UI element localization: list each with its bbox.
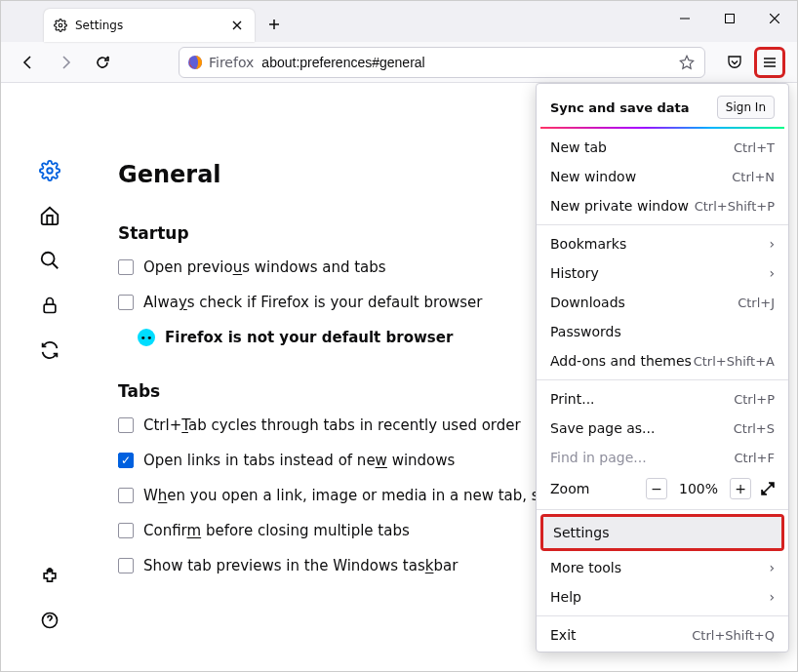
app-menu-button[interactable] xyxy=(754,47,785,78)
menu-settings[interactable]: Settings xyxy=(543,517,781,548)
open-links-checkbox[interactable] xyxy=(118,453,134,468)
taskbar-preview-label[interactable]: Show tab previews in the Windows taskbar xyxy=(143,557,458,574)
switch-to-checkbox[interactable] xyxy=(118,488,134,503)
help-icon[interactable] xyxy=(38,609,61,632)
menu-find[interactable]: Find in page...Ctrl+F xyxy=(537,443,788,472)
separator xyxy=(537,615,788,616)
zoom-label: Zoom xyxy=(550,481,636,496)
separator xyxy=(537,379,788,380)
category-privacy[interactable] xyxy=(38,294,61,317)
confirm-close-checkbox[interactable] xyxy=(118,523,134,538)
category-sync[interactable] xyxy=(38,338,61,362)
identity-label: Firefox xyxy=(209,55,254,70)
default-check-checkbox[interactable] xyxy=(118,295,134,310)
separator xyxy=(537,224,788,225)
menu-accent xyxy=(540,127,784,129)
open-links-label[interactable]: Open links in tabs instead of new window… xyxy=(143,452,455,469)
menu-help[interactable]: Help› xyxy=(537,582,788,612)
menu-new-window[interactable]: New windowCtrl+N xyxy=(537,162,788,191)
settings-highlight: Settings xyxy=(540,514,784,551)
forward-button[interactable] xyxy=(50,47,81,78)
sign-in-button[interactable]: Sign In xyxy=(717,96,775,119)
separator xyxy=(537,509,788,510)
pocket-button[interactable] xyxy=(719,47,750,78)
browser-tab[interactable]: Settings xyxy=(44,9,255,42)
menu-print[interactable]: Print...Ctrl+P xyxy=(537,384,788,414)
minimize-button[interactable] xyxy=(662,1,707,36)
category-general[interactable] xyxy=(38,159,61,182)
menu-new-tab[interactable]: New tabCtrl+T xyxy=(537,133,788,162)
zoom-in-button[interactable]: + xyxy=(730,478,751,499)
firefox-logo-icon xyxy=(187,55,203,70)
chevron-right-icon: › xyxy=(769,560,775,575)
info-icon: •• xyxy=(138,329,155,346)
menu-new-private-window[interactable]: New private windowCtrl+Shift+P xyxy=(537,191,788,220)
sync-header-label: Sync and save data xyxy=(550,100,690,115)
svg-point-0 xyxy=(59,23,62,27)
menu-more-tools[interactable]: More tools› xyxy=(537,553,788,582)
svg-point-3 xyxy=(47,168,53,174)
zoom-percentage: 100% xyxy=(677,481,720,496)
nav-toolbar: Firefox xyxy=(1,42,797,83)
reload-button[interactable] xyxy=(87,47,118,78)
svg-rect-5 xyxy=(44,304,56,312)
ctrl-tab-checkbox[interactable] xyxy=(118,417,134,433)
category-search[interactable] xyxy=(38,249,61,272)
bookmark-star-icon[interactable] xyxy=(677,55,697,70)
app-menu-panel: Sync and save data Sign In New tabCtrl+T… xyxy=(536,83,789,652)
default-check-label[interactable]: Always check if Firefox is your default … xyxy=(143,294,482,311)
menu-save-as[interactable]: Save page as...Ctrl+S xyxy=(537,414,788,443)
url-input[interactable] xyxy=(261,55,669,70)
tab-close-button[interactable] xyxy=(229,18,245,33)
zoom-out-button[interactable]: − xyxy=(646,478,667,499)
window-titlebar: Settings xyxy=(1,1,797,42)
fullscreen-icon[interactable] xyxy=(761,482,775,495)
extensions-icon[interactable] xyxy=(38,566,61,589)
chevron-right-icon: › xyxy=(769,265,775,281)
tab-title: Settings xyxy=(75,19,221,32)
menu-zoom-row: Zoom − 100% + xyxy=(537,472,788,505)
category-sidebar xyxy=(1,83,99,671)
confirm-close-label[interactable]: Confirm before closing multiple tabs xyxy=(143,522,410,539)
sync-header: Sync and save data Sign In xyxy=(537,88,788,127)
chevron-right-icon: › xyxy=(769,236,775,252)
window-controls xyxy=(662,1,797,36)
menu-passwords[interactable]: Passwords xyxy=(537,317,788,346)
identity-box[interactable]: Firefox xyxy=(187,55,254,70)
open-previous-label[interactable]: Open previous windows and tabs xyxy=(143,258,386,276)
category-home[interactable] xyxy=(38,204,61,227)
open-previous-checkbox[interactable] xyxy=(118,259,134,275)
back-button[interactable] xyxy=(13,47,44,78)
ctrl-tab-label[interactable]: Ctrl+Tab cycles through tabs in recently… xyxy=(143,416,521,434)
menu-history[interactable]: History› xyxy=(537,258,788,288)
maximize-button[interactable] xyxy=(707,1,752,36)
taskbar-preview-checkbox[interactable] xyxy=(118,558,134,573)
new-tab-button[interactable] xyxy=(260,11,288,38)
not-default-text: Firefox is not your default browser xyxy=(165,329,453,346)
gear-icon xyxy=(54,19,67,32)
svg-point-4 xyxy=(42,253,55,265)
menu-exit[interactable]: ExitCtrl+Shift+Q xyxy=(537,620,788,650)
menu-downloads[interactable]: DownloadsCtrl+J xyxy=(537,288,788,317)
menu-addons[interactable]: Add-ons and themesCtrl+Shift+A xyxy=(537,346,788,376)
switch-to-label[interactable]: When you open a link, image or media in … xyxy=(143,487,588,504)
svg-rect-1 xyxy=(726,15,735,23)
close-window-button[interactable] xyxy=(752,1,797,36)
chevron-right-icon: › xyxy=(769,589,775,605)
url-bar[interactable]: Firefox xyxy=(179,47,705,78)
menu-bookmarks[interactable]: Bookmarks› xyxy=(537,229,788,258)
